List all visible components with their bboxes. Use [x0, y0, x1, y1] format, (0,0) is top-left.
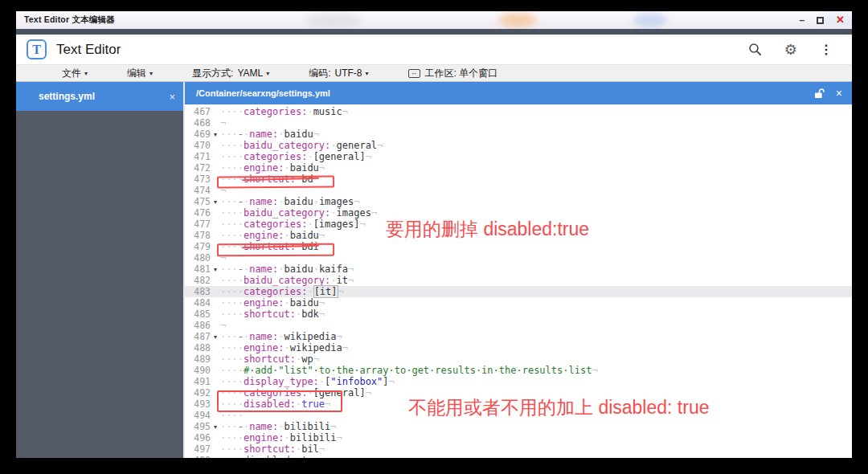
- code-editor-area[interactable]: 467····categories:·music¬468¬469▾···-·na…: [185, 104, 852, 458]
- code-line[interactable]: 486¬: [185, 320, 852, 331]
- code-text: ····: [220, 410, 244, 421]
- code-line[interactable]: 473····shortcut:·bd: [185, 174, 852, 185]
- menu-item-3[interactable]: 编码:UTF-8▾: [309, 67, 368, 80]
- line-number: 476: [190, 207, 211, 219]
- line-number: 473: [190, 174, 211, 185]
- code-line[interactable]: 494····: [185, 410, 852, 421]
- more-menu-icon[interactable]: ⋮: [820, 42, 833, 57]
- code-text: ···-·name:·wikipedia¬: [220, 331, 342, 342]
- fold-arrow-icon[interactable]: ▾: [211, 333, 220, 341]
- code-line[interactable]: 487▾···-·name:·wikipedia¬: [185, 331, 852, 342]
- code-text: ···-·name:·baidu·images¬: [220, 196, 359, 207]
- code-line[interactable]: 488····engine:·wikipedia¬: [185, 342, 852, 353]
- search-icon[interactable]: [748, 43, 762, 56]
- menu-item-4[interactable]: ↔工作区: 单个窗口: [408, 67, 498, 80]
- code-text: ····disabled:·true¬: [220, 398, 330, 410]
- app-title: Text Editor: [56, 42, 121, 58]
- code-line[interactable]: 492····categories:·[general]¬: [185, 387, 852, 398]
- accent-strip: [16, 29, 852, 35]
- code-line[interactable]: 477····categories:·[images]¬: [185, 219, 852, 230]
- line-number: 469: [190, 129, 211, 140]
- line-number: 498: [190, 455, 211, 458]
- line-number: 477: [190, 219, 211, 230]
- code-line[interactable]: 497····shortcut:·bil¬: [185, 443, 852, 455]
- line-number: 468: [190, 117, 211, 129]
- settings-gear-icon[interactable]: ⚙: [784, 43, 797, 57]
- close-tab-icon[interactable]: ×: [836, 88, 842, 99]
- chevron-down-icon: ▾: [84, 70, 88, 77]
- code-text: ····baidu_category:·general¬: [220, 140, 383, 151]
- line-number: 493: [190, 398, 211, 410]
- code-line[interactable]: 483····categories:·[it]¬: [185, 286, 852, 297]
- sidebar-file-item[interactable]: settings.yml×: [16, 82, 183, 111]
- code-line[interactable]: 485····shortcut:·bdk¬: [185, 309, 852, 320]
- code-line[interactable]: 489····shortcut:·wp¬: [185, 353, 852, 365]
- code-line[interactable]: 498····disabled:·true: [185, 455, 852, 458]
- line-number: 467: [190, 106, 211, 117]
- code-line[interactable]: 476····baidu_category:·images¬: [185, 207, 852, 219]
- code-text: ····categories:·[images]¬: [220, 219, 366, 230]
- code-text: ····categories:·music¬: [220, 106, 348, 117]
- line-number: 472: [190, 162, 211, 174]
- code-line[interactable]: 495▾···-·name:·bilibili¬: [185, 421, 852, 432]
- code-line[interactable]: 467····categories:·music¬: [185, 106, 852, 117]
- unlock-icon[interactable]: [814, 88, 826, 99]
- line-number: 491: [190, 376, 211, 387]
- code-line[interactable]: 479····shortcut:·bdi: [185, 241, 852, 252]
- code-line[interactable]: 472····engine:·baidu¬: [185, 162, 852, 174]
- fold-arrow-icon[interactable]: ▾: [211, 131, 220, 138]
- code-line[interactable]: 491····display_type:·["infobox"]¬: [185, 376, 852, 387]
- code-line[interactable]: 482····baidu_category:·it¬: [185, 275, 852, 286]
- code-line[interactable]: 480¬: [185, 252, 852, 264]
- line-number: 478: [190, 230, 211, 241]
- menu-item-1[interactable]: 编辑▾: [127, 67, 153, 80]
- chevron-down-icon: ▾: [149, 70, 153, 77]
- line-number: 485: [190, 309, 211, 320]
- code-line[interactable]: 481▾···-·name:·baidu·kaifa¬: [185, 264, 852, 275]
- code-text: ····categories:·[general]¬: [220, 387, 371, 398]
- line-number: 482: [190, 275, 211, 286]
- code-text: ···-·name:·baidu¬: [220, 129, 319, 140]
- code-line[interactable]: 490····#·add·"list"·to·the·array·to·get·…: [185, 365, 852, 376]
- code-line[interactable]: 484····engine:·baidu¬: [185, 297, 852, 309]
- window-title-bar[interactable]: Text Editor 文本编辑器 – ✕: [16, 11, 852, 29]
- minimize-button[interactable]: –: [799, 15, 805, 25]
- close-window-button[interactable]: ✕: [836, 15, 845, 25]
- code-line[interactable]: 468¬: [185, 117, 852, 129]
- code-text: ····engine:·baidu¬: [220, 297, 325, 309]
- background-blur-decor: [633, 13, 667, 27]
- text-editor-window: Text Editor 文本编辑器 – ✕ T Text Editor ⚙ ⋮ …: [16, 11, 852, 458]
- maximize-button[interactable]: [817, 17, 824, 24]
- code-line[interactable]: 475▾···-·name:·baidu·images¬: [185, 196, 852, 207]
- code-text: ···-·name:·bilibili¬: [220, 421, 337, 432]
- menu-item-value: YAML: [237, 67, 263, 79]
- code-line[interactable]: 469▾···-·name:·baidu¬: [185, 129, 852, 140]
- line-number: 489: [190, 353, 211, 365]
- menu-item-0[interactable]: 文件▾: [62, 67, 88, 80]
- code-line[interactable]: 470····baidu_category:·general¬: [185, 140, 852, 151]
- code-line[interactable]: 474¬: [185, 185, 852, 196]
- code-line[interactable]: 478····engine:·baidu¬: [185, 230, 852, 241]
- menu-item-2[interactable]: 显示方式:YAML▾: [192, 67, 269, 80]
- line-number: 487: [190, 331, 211, 342]
- code-text: ····shortcut:·bd: [220, 174, 313, 185]
- file-path-label: /Container/searxng/settings.yml: [185, 88, 330, 98]
- chevron-down-icon: ▾: [366, 70, 369, 77]
- code-line[interactable]: 496····engine:·bilibili¬: [185, 432, 852, 443]
- code-text: ····baidu_category:·images¬: [220, 207, 377, 219]
- close-file-icon[interactable]: ×: [169, 91, 175, 103]
- line-number: 480: [190, 252, 211, 264]
- menu-item-label: 工作区: 单个窗口: [425, 67, 498, 80]
- code-text: ····#·add·"list"·to·the·array·to·get·res…: [220, 365, 598, 376]
- fold-arrow-icon[interactable]: ▾: [211, 266, 220, 273]
- code-text: ····disabled:·true: [220, 455, 325, 458]
- file-sidebar: settings.yml×: [16, 82, 183, 458]
- code-text: ····display_type:·["infobox"]¬: [220, 376, 395, 387]
- fold-arrow-icon[interactable]: ▾: [211, 423, 220, 431]
- editor-pane: /Container/searxng/settings.yml × 467···…: [183, 82, 852, 458]
- code-text: ····engine:·baidu¬: [220, 230, 325, 241]
- line-number: 497: [190, 443, 211, 455]
- code-line[interactable]: 493····disabled:·true¬: [185, 398, 852, 410]
- code-line[interactable]: 471····categories:·[general]¬: [185, 151, 852, 162]
- fold-arrow-icon[interactable]: ▾: [211, 198, 220, 206]
